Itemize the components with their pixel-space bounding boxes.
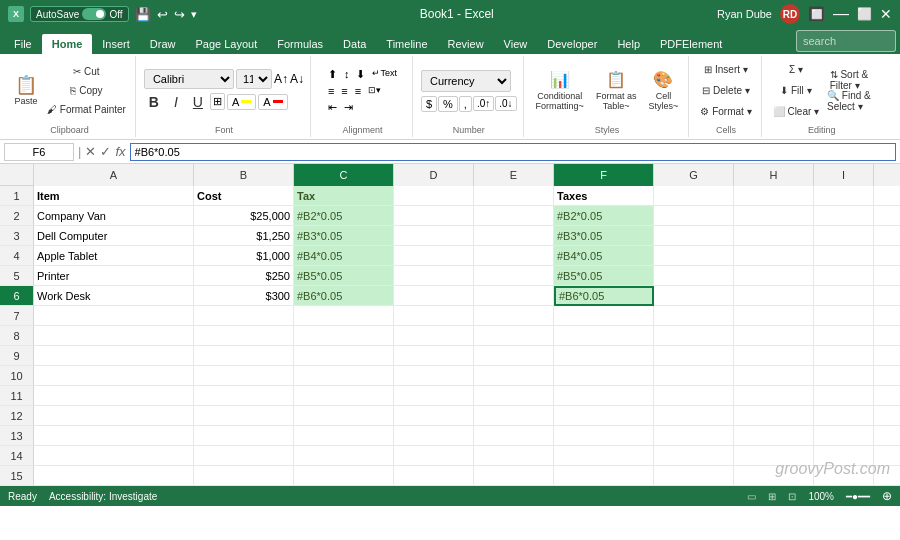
cell-a4[interactable]: Apple Tablet	[34, 246, 194, 266]
cell-f2[interactable]: #B2*0.05	[554, 206, 654, 226]
col-header-f[interactable]: F	[554, 164, 654, 186]
cell-b4[interactable]: $1,000	[194, 246, 294, 266]
undo-icon[interactable]: ↩	[157, 7, 168, 22]
cell-e4[interactable]	[474, 246, 554, 266]
align-left-icon[interactable]: ≡	[325, 84, 337, 98]
cell-b5[interactable]: $250	[194, 266, 294, 286]
cell-e6[interactable]	[474, 286, 554, 306]
fill-color-button[interactable]: A	[227, 94, 256, 110]
page-layout-view-button[interactable]: ⊞	[768, 491, 776, 502]
col-header-a[interactable]: A	[34, 164, 194, 186]
insert-button[interactable]: ⊞ Insert ▾	[697, 60, 754, 80]
search-input[interactable]	[796, 30, 896, 52]
autosum-button[interactable]: Σ ▾	[770, 60, 822, 80]
cell-c2[interactable]: #B2*0.05	[294, 206, 394, 226]
col-header-g[interactable]: G	[654, 164, 734, 186]
percent-button[interactable]: %	[438, 96, 458, 112]
comma-button[interactable]: ,	[459, 96, 472, 112]
tab-formulas[interactable]: Formulas	[267, 34, 333, 54]
cell-i4[interactable]	[814, 246, 874, 266]
row-num-11[interactable]: 11	[0, 386, 34, 406]
decrease-font-icon[interactable]: A↓	[290, 72, 304, 86]
wrap-text-icon[interactable]: ↵Text	[369, 67, 400, 82]
cell-h5[interactable]	[734, 266, 814, 286]
cell-i3[interactable]	[814, 226, 874, 246]
align-middle-icon[interactable]: ↕	[341, 67, 353, 82]
col-header-b[interactable]: B	[194, 164, 294, 186]
row-num-5[interactable]: 5	[0, 266, 34, 286]
cell-e2[interactable]	[474, 206, 554, 226]
delete-button[interactable]: ⊟ Delete ▾	[697, 81, 754, 101]
zoom-in-button[interactable]: ⊕	[882, 489, 892, 503]
cell-d6[interactable]	[394, 286, 474, 306]
confirm-formula-icon[interactable]: ✓	[100, 144, 111, 159]
font-size-select[interactable]: 11	[236, 69, 272, 89]
save-icon[interactable]: 💾	[135, 7, 151, 22]
cell-g1[interactable]	[654, 186, 734, 206]
format-as-table-button[interactable]: 📋 Format asTable~	[592, 61, 641, 121]
zoom-slider[interactable]: ━●━━	[846, 491, 870, 502]
cell-h6[interactable]	[734, 286, 814, 306]
row-num-12[interactable]: 12	[0, 406, 34, 426]
cell-c5[interactable]: #B5*0.05	[294, 266, 394, 286]
cell-c6[interactable]: #B6*0.05	[294, 286, 394, 306]
cell-a6[interactable]: Work Desk	[34, 286, 194, 306]
col-header-d[interactable]: D	[394, 164, 474, 186]
format-button[interactable]: ⚙ Format ▾	[697, 102, 754, 122]
col-header-i[interactable]: I	[814, 164, 874, 186]
cell-j4[interactable]	[874, 246, 900, 266]
cell-f3[interactable]: #B3*0.05	[554, 226, 654, 246]
formula-input[interactable]	[130, 143, 896, 161]
tab-insert[interactable]: Insert	[92, 34, 140, 54]
font-family-select[interactable]: Calibri	[144, 69, 234, 89]
borders-button[interactable]: ⊞	[210, 93, 225, 110]
tab-review[interactable]: Review	[438, 34, 494, 54]
cell-d3[interactable]	[394, 226, 474, 246]
cell-i5[interactable]	[814, 266, 874, 286]
cell-c3[interactable]: #B3*0.05	[294, 226, 394, 246]
cell-e5[interactable]	[474, 266, 554, 286]
ribbon-display-icon[interactable]: 🔲	[808, 6, 825, 22]
row-num-9[interactable]: 9	[0, 346, 34, 366]
minimize-icon[interactable]: —	[833, 6, 849, 22]
row-num-15[interactable]: 15	[0, 466, 34, 486]
bold-button[interactable]: B	[144, 93, 164, 111]
row-num-4[interactable]: 4	[0, 246, 34, 266]
row-num-13[interactable]: 13	[0, 426, 34, 446]
italic-button[interactable]: I	[166, 93, 186, 111]
tab-draw[interactable]: Draw	[140, 34, 186, 54]
cell-i2[interactable]	[814, 206, 874, 226]
restore-icon[interactable]: ⬜	[857, 7, 872, 21]
cell-g2[interactable]	[654, 206, 734, 226]
cell-styles-button[interactable]: 🎨 CellStyles~	[644, 61, 682, 121]
cell-a2[interactable]: Company Van	[34, 206, 194, 226]
cell-j5[interactable]	[874, 266, 900, 286]
normal-view-button[interactable]: ▭	[747, 491, 756, 502]
cell-d5[interactable]	[394, 266, 474, 286]
indent-increase-icon[interactable]: ⇥	[341, 100, 356, 115]
row-num-3[interactable]: 3	[0, 226, 34, 246]
row-num-7[interactable]: 7	[0, 306, 34, 326]
tab-data[interactable]: Data	[333, 34, 376, 54]
cell-j6[interactable]	[874, 286, 900, 306]
col-header-e[interactable]: E	[474, 164, 554, 186]
autosave-toggle[interactable]	[82, 8, 106, 20]
cell-f5[interactable]: #B5*0.05	[554, 266, 654, 286]
cell-d1[interactable]	[394, 186, 474, 206]
col-header-h[interactable]: H	[734, 164, 814, 186]
row-num-10[interactable]: 10	[0, 366, 34, 386]
customize-icon[interactable]: ▾	[191, 8, 197, 21]
row-num-1[interactable]: 1	[0, 186, 34, 206]
cell-i1[interactable]	[814, 186, 874, 206]
tab-developer[interactable]: Developer	[537, 34, 607, 54]
sort-filter-button[interactable]: ⇅ Sort &Filter ▾	[824, 70, 874, 90]
cell-g5[interactable]	[654, 266, 734, 286]
cell-b3[interactable]: $1,250	[194, 226, 294, 246]
insert-function-icon[interactable]: fx	[115, 144, 125, 159]
tab-file[interactable]: File	[4, 34, 42, 54]
cell-h3[interactable]	[734, 226, 814, 246]
cell-f4[interactable]: #B4*0.05	[554, 246, 654, 266]
format-painter-button[interactable]: 🖌 Format Painter	[44, 101, 129, 119]
col-header-c[interactable]: C	[294, 164, 394, 186]
row-num-6[interactable]: 6	[0, 286, 34, 306]
